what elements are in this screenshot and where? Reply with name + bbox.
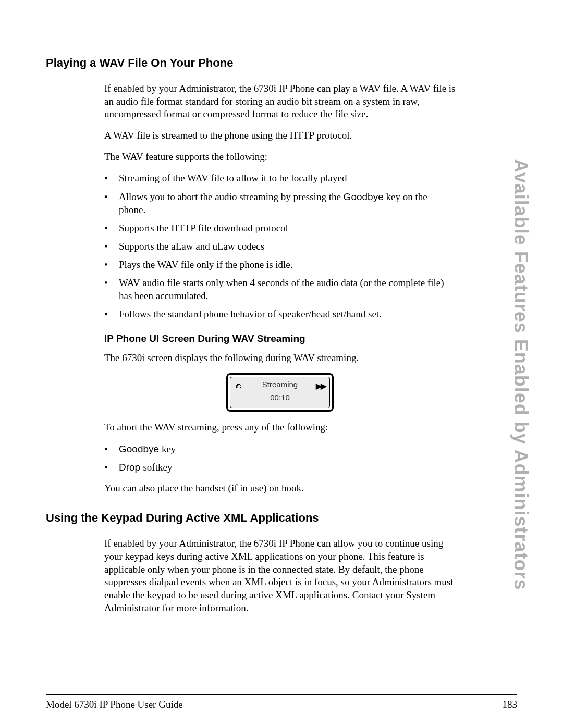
section-heading-keypad: Using the Keypad During Active XML Appli… [46,511,458,525]
paragraph: To abort the WAV streaming, press any of… [104,421,456,434]
content-area: Playing a WAV File On Your Phone If enab… [46,56,458,623]
paragraph: If enabled by your Administrator, the 67… [104,82,456,121]
list-text: Supports the HTTP file download protocol [119,223,288,233]
list-text: Streaming of the WAV file to allow it to… [119,172,347,183]
list-item: Streaming of the WAV file to allow it to… [104,171,456,184]
footer-rule [46,694,517,695]
key-label: Goodbye [119,443,159,454]
fast-forward-icon: ▶▶ [316,381,325,391]
footer-guide-title: Model 6730i IP Phone User Guide [46,699,183,710]
paragraph: The WAV feature supports the following: [104,151,456,164]
key-label: Goodbye [344,191,384,202]
list-item: Follows the standard phone behavior of s… [104,307,456,320]
list-text-pre: Allows you to abort the audio streaming … [119,191,344,202]
list-item: Goodbye key [104,442,456,455]
key-label: Drop [119,462,143,473]
list-text-post: softkey [143,462,172,473]
phone-screen-outer: Streaming ▶▶ 00:10 [226,373,334,412]
paragraph: You can also place the handset (if in us… [104,482,456,495]
abort-bullet-list: Goodbye key Drop softkey [104,442,456,474]
list-item: Supports the aLaw and uLaw codecs [104,240,456,253]
phone-row-top: Streaming ▶▶ [234,379,326,391]
list-text-post: key [159,443,176,454]
list-text: Follows the standard phone behavior of s… [119,309,382,319]
phone-status-text: Streaming [234,379,326,390]
section-body-keypad: If enabled by your Administrator, the 67… [104,537,456,614]
list-text: Supports the aLaw and uLaw codecs [119,241,264,252]
section-heading-wav: Playing a WAV File On Your Phone [46,56,458,70]
paragraph: A WAV file is streamed to the phone usin… [104,129,456,142]
list-text: WAV audio file starts only when 4 second… [119,277,444,301]
handset-icon [235,381,243,389]
list-text: Plays the WAV file only if the phone is … [119,259,293,270]
subheading-ip-phone-ui: IP Phone UI Screen During WAV Streaming [104,333,456,344]
feature-bullet-list: Streaming of the WAV file to allow it to… [104,171,456,320]
list-item: Drop softkey [104,461,456,474]
phone-timer-text: 00:10 [234,393,326,402]
list-item: Allows you to abort the audio streaming … [104,190,456,216]
section-body-wav: If enabled by your Administrator, the 67… [104,82,456,495]
paragraph: If enabled by your Administrator, the 67… [104,537,456,614]
list-item: Supports the HTTP file download protocol [104,221,456,235]
list-item: Plays the WAV file only if the phone is … [104,258,456,271]
paragraph: The 6730i screen displays the following … [104,352,456,365]
phone-screen-figure: Streaming ▶▶ 00:10 [104,373,456,412]
phone-screen-inner: Streaming ▶▶ 00:10 [230,377,330,408]
document-page: Available Features Enabled by Administra… [0,0,563,728]
phone-divider [234,391,326,391]
footer-page-number: 183 [503,699,518,710]
side-section-label: Available Features Enabled by Administra… [510,159,532,590]
list-item: WAV audio file starts only when 4 second… [104,276,456,302]
